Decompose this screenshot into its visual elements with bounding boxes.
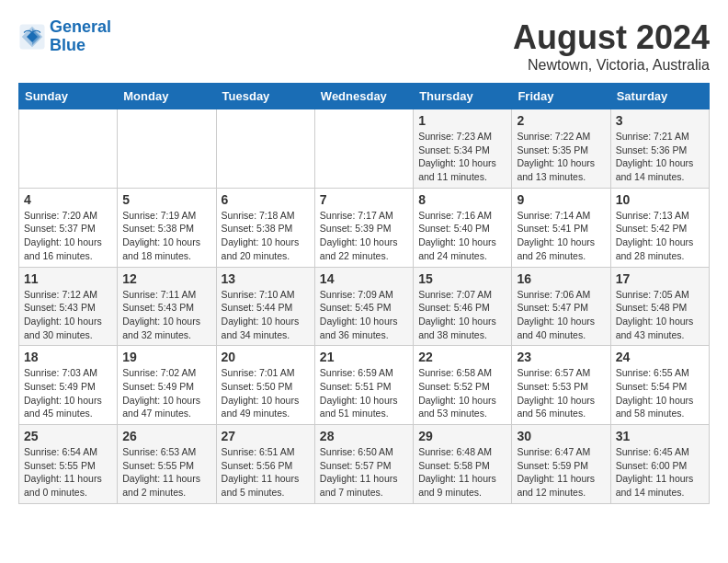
calendar-cell (118, 109, 216, 189)
logo-line1: General (50, 17, 111, 36)
calendar-cell: 25Sunrise: 6:54 AM Sunset: 5:55 PM Dayli… (19, 425, 118, 504)
calendar-cell: 22Sunrise: 6:58 AM Sunset: 5:52 PM Dayli… (414, 346, 512, 425)
day-info: Sunrise: 7:02 AM Sunset: 5:49 PM Dayligh… (122, 366, 210, 420)
day-number: 29 (418, 429, 506, 443)
calendar-week-row: 4Sunrise: 7:20 AM Sunset: 5:37 PM Daylig… (19, 188, 710, 267)
calendar-cell: 6Sunrise: 7:18 AM Sunset: 5:38 PM Daylig… (216, 188, 314, 267)
day-header-tuesday: Tuesday (216, 84, 314, 109)
calendar-cell: 7Sunrise: 7:17 AM Sunset: 5:39 PM Daylig… (314, 188, 413, 267)
day-header-monday: Monday (118, 84, 216, 109)
calendar-cell: 5Sunrise: 7:19 AM Sunset: 5:38 PM Daylig… (118, 188, 216, 267)
day-info: Sunrise: 6:53 AM Sunset: 5:55 PM Dayligh… (122, 445, 210, 500)
day-info: Sunrise: 7:07 AM Sunset: 5:46 PM Dayligh… (418, 288, 506, 342)
logo: General Blue (18, 18, 111, 55)
calendar-cell: 9Sunrise: 7:14 AM Sunset: 5:41 PM Daylig… (512, 188, 610, 267)
day-number: 3 (616, 113, 704, 128)
day-number: 28 (320, 429, 408, 443)
day-info: Sunrise: 6:48 AM Sunset: 5:58 PM Dayligh… (418, 445, 506, 500)
day-header-friday: Friday (512, 84, 610, 109)
day-header-sunday: Sunday (19, 84, 118, 109)
day-number: 2 (517, 113, 605, 128)
day-info: Sunrise: 6:47 AM Sunset: 5:59 PM Dayligh… (517, 445, 605, 500)
calendar-cell: 16Sunrise: 7:06 AM Sunset: 5:47 PM Dayli… (512, 267, 610, 346)
calendar-cell: 28Sunrise: 6:50 AM Sunset: 5:57 PM Dayli… (314, 425, 413, 504)
calendar-cell: 10Sunrise: 7:13 AM Sunset: 5:42 PM Dayli… (610, 188, 709, 267)
day-info: Sunrise: 6:57 AM Sunset: 5:53 PM Dayligh… (517, 366, 605, 420)
calendar-cell: 13Sunrise: 7:10 AM Sunset: 5:44 PM Dayli… (216, 267, 314, 346)
calendar-cell (19, 109, 118, 189)
day-number: 24 (616, 350, 704, 364)
calendar-week-row: 11Sunrise: 7:12 AM Sunset: 5:43 PM Dayli… (19, 267, 710, 346)
calendar-table: SundayMondayTuesdayWednesdayThursdayFrid… (18, 83, 710, 504)
calendar-cell: 1Sunrise: 7:23 AM Sunset: 5:34 PM Daylig… (414, 109, 512, 189)
day-number: 13 (222, 271, 310, 286)
day-number: 20 (222, 350, 310, 364)
calendar-cell: 26Sunrise: 6:53 AM Sunset: 5:55 PM Dayli… (118, 425, 216, 504)
day-info: Sunrise: 7:09 AM Sunset: 5:45 PM Dayligh… (320, 288, 408, 342)
day-info: Sunrise: 7:05 AM Sunset: 5:48 PM Dayligh… (616, 288, 704, 342)
day-number: 17 (616, 271, 704, 286)
calendar-cell: 15Sunrise: 7:07 AM Sunset: 5:46 PM Dayli… (414, 267, 512, 346)
day-info: Sunrise: 7:10 AM Sunset: 5:44 PM Dayligh… (222, 288, 310, 342)
calendar-cell (314, 109, 413, 189)
day-info: Sunrise: 6:45 AM Sunset: 6:00 PM Dayligh… (616, 445, 704, 500)
calendar-cell: 18Sunrise: 7:03 AM Sunset: 5:49 PM Dayli… (19, 346, 118, 425)
location: Newtown, Victoria, Australia (513, 57, 710, 74)
calendar-cell: 14Sunrise: 7:09 AM Sunset: 5:45 PM Dayli… (314, 267, 413, 346)
day-info: Sunrise: 7:12 AM Sunset: 5:43 PM Dayligh… (24, 288, 112, 342)
day-header-wednesday: Wednesday (314, 84, 413, 109)
calendar-cell: 30Sunrise: 6:47 AM Sunset: 5:59 PM Dayli… (512, 425, 610, 504)
day-number: 19 (122, 350, 210, 364)
day-number: 18 (24, 350, 112, 364)
title-block: August 2024 Newtown, Victoria, Australia (513, 18, 710, 74)
calendar-cell: 2Sunrise: 7:22 AM Sunset: 5:35 PM Daylig… (512, 109, 610, 189)
day-header-saturday: Saturday (610, 84, 709, 109)
calendar-cell: 11Sunrise: 7:12 AM Sunset: 5:43 PM Dayli… (19, 267, 118, 346)
day-info: Sunrise: 7:16 AM Sunset: 5:40 PM Dayligh… (418, 209, 506, 263)
day-number: 14 (320, 271, 408, 286)
day-header-thursday: Thursday (414, 84, 512, 109)
month-year: August 2024 (513, 18, 710, 57)
calendar-cell (216, 109, 314, 189)
day-info: Sunrise: 7:11 AM Sunset: 5:43 PM Dayligh… (122, 288, 210, 342)
day-info: Sunrise: 6:51 AM Sunset: 5:56 PM Dayligh… (222, 445, 310, 500)
calendar-cell: 21Sunrise: 6:59 AM Sunset: 5:51 PM Dayli… (314, 346, 413, 425)
calendar-cell: 4Sunrise: 7:20 AM Sunset: 5:37 PM Daylig… (19, 188, 118, 267)
day-number: 22 (418, 350, 506, 364)
day-number: 4 (24, 192, 112, 207)
logo-icon (18, 23, 46, 51)
calendar-cell: 17Sunrise: 7:05 AM Sunset: 5:48 PM Dayli… (610, 267, 709, 346)
day-info: Sunrise: 7:20 AM Sunset: 5:37 PM Dayligh… (24, 209, 112, 263)
day-info: Sunrise: 6:50 AM Sunset: 5:57 PM Dayligh… (320, 445, 408, 500)
day-number: 23 (517, 350, 605, 364)
calendar-cell: 27Sunrise: 6:51 AM Sunset: 5:56 PM Dayli… (216, 425, 314, 504)
day-number: 5 (122, 192, 210, 207)
day-info: Sunrise: 7:17 AM Sunset: 5:39 PM Dayligh… (320, 209, 408, 263)
calendar-cell: 24Sunrise: 6:55 AM Sunset: 5:54 PM Dayli… (610, 346, 709, 425)
calendar-week-row: 18Sunrise: 7:03 AM Sunset: 5:49 PM Dayli… (19, 346, 710, 425)
day-info: Sunrise: 7:14 AM Sunset: 5:41 PM Dayligh… (517, 209, 605, 263)
calendar-cell: 3Sunrise: 7:21 AM Sunset: 5:36 PM Daylig… (610, 109, 709, 189)
day-number: 26 (122, 429, 210, 443)
calendar-cell: 12Sunrise: 7:11 AM Sunset: 5:43 PM Dayli… (118, 267, 216, 346)
day-number: 27 (222, 429, 310, 443)
calendar-cell: 19Sunrise: 7:02 AM Sunset: 5:49 PM Dayli… (118, 346, 216, 425)
calendar-cell: 31Sunrise: 6:45 AM Sunset: 6:00 PM Dayli… (610, 425, 709, 504)
day-info: Sunrise: 6:58 AM Sunset: 5:52 PM Dayligh… (418, 366, 506, 420)
calendar-cell: 8Sunrise: 7:16 AM Sunset: 5:40 PM Daylig… (414, 188, 512, 267)
day-info: Sunrise: 7:19 AM Sunset: 5:38 PM Dayligh… (122, 209, 210, 263)
day-number: 1 (418, 113, 506, 128)
day-info: Sunrise: 7:21 AM Sunset: 5:36 PM Dayligh… (616, 130, 704, 184)
day-number: 25 (24, 429, 112, 443)
page-header: General Blue August 2024 Newtown, Victor… (18, 18, 710, 74)
day-number: 30 (517, 429, 605, 443)
day-number: 15 (418, 271, 506, 286)
day-info: Sunrise: 6:54 AM Sunset: 5:55 PM Dayligh… (24, 445, 112, 500)
logo-line2: Blue (50, 36, 85, 54)
day-info: Sunrise: 6:55 AM Sunset: 5:54 PM Dayligh… (616, 366, 704, 420)
day-info: Sunrise: 7:06 AM Sunset: 5:47 PM Dayligh… (517, 288, 605, 342)
calendar-week-row: 25Sunrise: 6:54 AM Sunset: 5:55 PM Dayli… (19, 425, 710, 504)
day-info: Sunrise: 7:13 AM Sunset: 5:42 PM Dayligh… (616, 209, 704, 263)
day-info: Sunrise: 6:59 AM Sunset: 5:51 PM Dayligh… (320, 366, 408, 420)
day-number: 21 (320, 350, 408, 364)
